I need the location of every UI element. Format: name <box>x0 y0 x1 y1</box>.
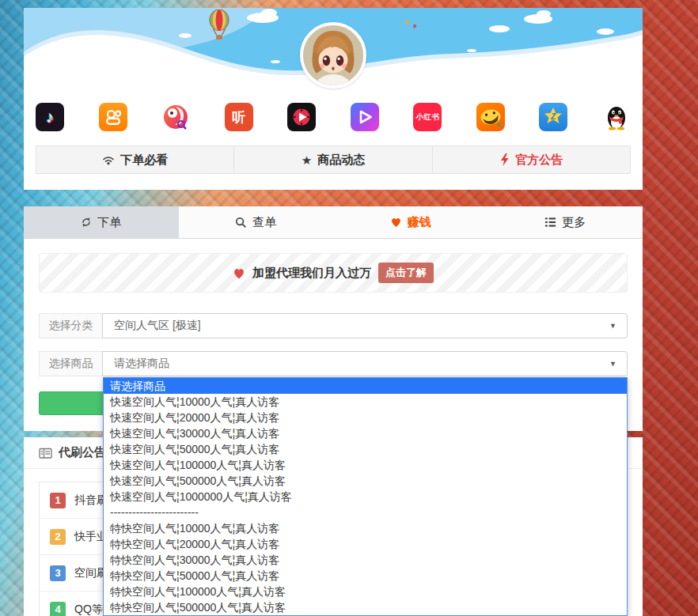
qq-icon[interactable] <box>602 103 631 131</box>
qzone-icon[interactable]: Z <box>539 103 567 131</box>
category-select[interactable]: 空间人气区 [极速] ▼ <box>102 313 628 338</box>
listen-app-icon[interactable]: 听 <box>225 103 253 131</box>
heart-icon <box>390 217 402 228</box>
listen-glyph: 听 <box>232 108 245 127</box>
dropdown-option[interactable]: 快速空间人气¦1000000人气¦真人访客 <box>104 489 627 505</box>
product-dropdown-list: 请选择商品 快速空间人气¦10000人气¦真人访客 快速空间人气¦20000人气… <box>103 377 628 616</box>
list-icon <box>544 217 556 228</box>
tab-earn-money[interactable]: 赚钱 <box>333 206 488 238</box>
tab-label: 查单 <box>252 215 276 230</box>
dropdown-option[interactable]: 快速空间人气¦20000人气¦真人访客 <box>104 410 627 425</box>
category-row: 选择分类 空间人气区 [极速] ▼ <box>39 313 628 338</box>
dropdown-option[interactable]: 特快空间人气¦100000人气¦真人访客 <box>104 584 627 599</box>
rank-badge: 2 <box>50 529 66 545</box>
notice-title: 代刷公告 <box>59 445 106 460</box>
heart-icon <box>233 267 245 279</box>
category-selected-value: 空间人气区 [极速] <box>114 319 201 333</box>
newspaper-icon <box>39 447 52 459</box>
tab-more[interactable]: 更多 <box>488 206 643 238</box>
product-label: 选择商品 <box>39 351 103 376</box>
menu-item-product-news[interactable]: ★ 商品动态 <box>233 145 432 174</box>
star-icon: ★ <box>302 154 312 166</box>
tab-bar: 下单 查单 赚钱 更多 <box>24 206 643 239</box>
lightning-icon <box>499 153 510 166</box>
dropdown-option[interactable]: 特快空间人气¦500000人气¦真人访客 <box>104 599 627 615</box>
dropdown-option[interactable]: 特快空间人气¦10000人气¦真人访客 <box>104 520 627 536</box>
dropdown-option[interactable]: 快速空间人气¦30000人气¦真人访客 <box>104 425 627 441</box>
select-caret-icon: ▼ <box>609 360 616 368</box>
douyin-icon[interactable]: ♪ <box>36 103 64 131</box>
cloud-puff <box>179 33 192 38</box>
cloud-puff <box>261 9 277 17</box>
rank-badge: 4 <box>50 602 66 616</box>
menu-item-order-guide[interactable]: 下单必看 <box>36 145 234 174</box>
refresh-icon <box>81 217 92 228</box>
dropdown-option[interactable]: 快速空间人气¦50000人气¦真人访客 <box>104 441 627 457</box>
rank-badge: 1 <box>50 493 66 508</box>
confetti-dot <box>413 25 416 28</box>
hot-air-balloon-icon <box>207 9 231 44</box>
cloud-puff <box>271 60 280 63</box>
category-label: 选择分类 <box>39 313 103 338</box>
anime-avatar-graphic <box>303 25 363 85</box>
tab-label: 赚钱 <box>408 215 431 230</box>
menu-item-label: 下单必看 <box>120 153 168 168</box>
dropdown-option[interactable]: 请选择商品 <box>104 378 627 394</box>
svg-text:Z: Z <box>550 112 556 121</box>
promo-learn-more-button[interactable]: 点击了解 <box>378 263 434 283</box>
bird-app-icon[interactable] <box>161 103 190 131</box>
dropdown-option[interactable]: 特快空间人气¦30000人气¦真人访客 <box>104 552 627 568</box>
weishi-icon[interactable] <box>351 103 379 131</box>
xiaohongshu-glyph: 小红书 <box>415 112 439 123</box>
pipixia-icon[interactable] <box>476 103 505 131</box>
dropdown-option[interactable]: 快速空间人气¦10000人气¦真人访客 <box>104 394 627 410</box>
douyin-note-glyph: ♪ <box>46 108 54 127</box>
product-row: 选择商品 请选择商品 ▼ <box>39 351 628 376</box>
wifi-icon <box>102 154 115 165</box>
quick-menu: 下单必看 ★ 商品动态 官方公告 <box>36 145 631 174</box>
cloud-puff <box>489 25 510 32</box>
tab-place-order[interactable]: 下单 <box>24 206 179 238</box>
dropdown-option[interactable]: 特快空间人气¦20000人气¦真人访客 <box>104 536 627 552</box>
kuaishou-icon[interactable] <box>99 103 127 131</box>
menu-item-official-notice[interactable]: 官方公告 <box>432 145 631 174</box>
cloud-puff <box>68 55 79 59</box>
black-play-app-icon[interactable] <box>287 103 316 131</box>
dropdown-option[interactable]: 快速空间人气¦100000人气¦真人访客 <box>104 457 627 473</box>
dropdown-option[interactable]: 快速空间人气¦500000人气¦真人访客 <box>104 473 627 489</box>
agency-promo-banner: 加盟代理我们月入过万 点击了解 <box>39 253 628 293</box>
promo-text: 加盟代理我们月入过万 <box>252 266 371 281</box>
dropdown-option-separator: ------------------------ <box>104 505 627 520</box>
app-icons-row: ♪ 听 小红书 <box>24 90 643 131</box>
search-icon <box>235 217 247 229</box>
product-select[interactable]: 请选择商品 ▼ <box>102 351 628 376</box>
select-caret-icon: ▼ <box>609 322 616 330</box>
dropdown-option[interactable]: 特快空间人气¦50000人气¦真人访客 <box>104 568 627 584</box>
menu-item-label: 商品动态 <box>317 153 365 168</box>
cloud-puff <box>467 49 476 52</box>
menu-item-label: 官方公告 <box>515 153 563 168</box>
product-selected-value: 请选择商品 <box>114 357 169 371</box>
header-card: ♪ 听 小红书 <box>24 8 643 190</box>
cloud-puff <box>537 10 551 17</box>
tab-label: 更多 <box>562 215 586 230</box>
sky-banner <box>24 8 643 90</box>
xiaohongshu-icon[interactable]: 小红书 <box>413 103 442 131</box>
tab-check-order[interactable]: 查单 <box>179 206 334 238</box>
cloud-puff <box>597 28 614 35</box>
tab-label: 下单 <box>97 215 121 230</box>
rank-badge: 3 <box>50 565 66 581</box>
avatar <box>300 22 366 89</box>
confetti-dot <box>405 21 409 24</box>
